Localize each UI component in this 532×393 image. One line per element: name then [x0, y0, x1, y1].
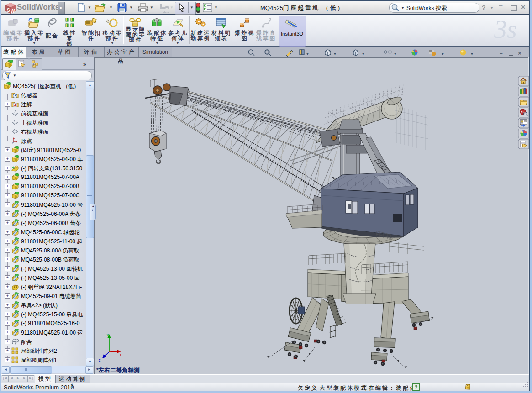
svg-text:z: z — [99, 358, 101, 362]
svg-text:x: x — [120, 352, 122, 357]
svg-text:W: W — [11, 9, 15, 14]
svg-text:▼: ▼ — [470, 52, 474, 56]
svg-text:▼: ▼ — [333, 52, 337, 56]
svg-text:▼: ▼ — [441, 52, 444, 56]
svg-text:▼: ▼ — [362, 52, 365, 56]
svg-text:▼: ▼ — [306, 52, 309, 56]
svg-text:Y: Y — [106, 333, 109, 337]
svg-text:S: S — [7, 8, 10, 13]
svg-text:▼: ▼ — [394, 52, 397, 56]
